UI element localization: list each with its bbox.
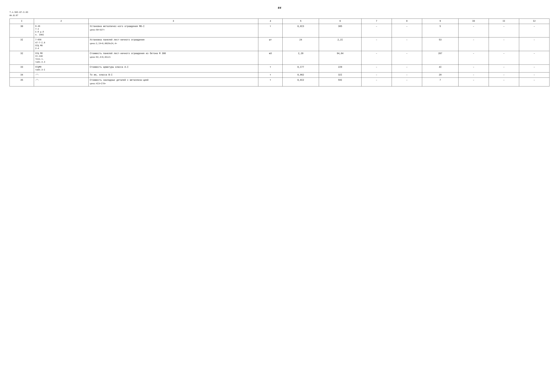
row-col11: – [489,64,519,72]
row-unit: т [258,24,283,37]
row-col8: – [392,72,422,78]
row-description: Установка металличес-кого ограждения МО–… [88,24,258,37]
row-col12: – [519,24,549,37]
table-row: 35–"–Стоимость закладных деталей с метал… [10,78,550,86]
row-col5: 0,0I2 [283,78,319,86]
row-code: –"– [34,72,88,78]
row-col11: – [489,72,519,78]
header-col9: 9 [422,19,458,24]
row-col10: – [458,51,489,65]
row-col5: 0,0I3 [283,24,319,37]
row-col10: – [458,37,489,51]
row-number: 30 [10,24,34,37]
row-col8: – [392,64,422,72]
row-description: То же, класса В–I [88,72,258,78]
row-col8: – [392,24,422,37]
row-number: 34 [10,72,34,78]
row-description: Установка панелей лест-ничного ограждени… [88,37,258,51]
row-col12: – [519,72,549,78]
row-code: ССЦ МО II–248 техн.ч. табл.3.3 [34,51,88,65]
row-col12: – [519,51,549,65]
row-col11: – [489,51,519,65]
row-col9: 207 [422,51,458,65]
row-col12: – [519,37,549,51]
row-code: 7–656 47–7–I.8 ССЦ МО 2–4 [34,37,88,51]
header-col11: II [489,19,519,24]
row-unit: м3 [258,51,283,65]
header-col10: IO [458,19,489,24]
row-col9: 20 [422,72,458,78]
header-col3: 3 [88,19,258,24]
row-col6: 32I [319,72,361,78]
row-col8: – [392,37,422,51]
row-col6: 2,2I [319,37,361,51]
row-col10: – [458,78,489,86]
row-col11: – [489,24,519,37]
row-col5: 24 [283,37,319,51]
header-col5: 5 [283,19,319,24]
row-col12: – [519,64,549,72]
row-unit: т [258,72,283,78]
row-col6: 229 [319,64,361,72]
row-col7: – [361,37,392,51]
doc-reference: Т.п.50I–07–3.83 Ал.Ш.87 [9,11,550,17]
row-col11: – [489,78,519,86]
row-col7: – [361,51,392,65]
table-row: 309–46 7–I С–П р.П п. I98IУстановка мета… [10,24,550,37]
row-col6: 59I [319,78,361,86]
main-table: I 2 3 4 5 6 7 8 9 IO II I2 309–46 7–I С–… [9,18,550,86]
row-col9: 5 [422,24,458,37]
header-col7: 7 [361,19,392,24]
row-col10: – [458,24,489,37]
row-col9: 4I [422,64,458,72]
row-col8: – [392,51,422,65]
row-col5: 2,20 [283,51,319,65]
row-col7: – [361,72,392,78]
row-description: Стоимость закладных деталей с металлиза-… [88,78,258,86]
row-col7: – [361,64,392,72]
table-row: 34–"–То же, класса В–Iт0,06232I––20––– [10,72,550,78]
header-col1: I [10,19,34,24]
page-number: 64 [9,6,550,9]
row-col9: 7 [422,78,458,86]
row-unit: шт [258,37,283,51]
row-description: Стоимость арматуры класса А–I [88,64,258,72]
header-col8: 8 [392,19,422,24]
row-code: –"– [34,78,88,86]
row-code: ССЦМО табл.3–I [34,64,88,72]
header-col12: I2 [519,19,549,24]
row-col5: 0,I77 [283,64,319,72]
table-row: 32ССЦ МО II–248 техн.ч. табл.3.3Стоимост… [10,51,550,65]
row-col7: – [361,78,392,86]
row-col5: 0,062 [283,72,319,78]
header-col6: 6 [319,19,361,24]
row-unit: т [258,78,283,86]
table-row: 33ССЦМО табл.3–IСтоимость арматуры класс… [10,64,550,72]
row-number: 33 [10,64,34,72]
row-unit: т [258,64,283,72]
header-col2: 2 [34,19,88,24]
row-col9: 53 [422,37,458,51]
row-col6: 94,04 [319,51,361,65]
row-col6: 385 [319,24,361,37]
header-col4: 4 [258,19,283,24]
row-col10: – [458,72,489,78]
table-header-row: I 2 3 4 5 6 7 8 9 IO II I2 [10,19,550,24]
row-col7: – [361,24,392,37]
row-col8: – [392,78,422,86]
row-col10: – [458,64,489,72]
row-number: 32 [10,51,34,65]
table-row: 3I7–656 47–7–I.8 ССЦ МО 2–4Установка пан… [10,37,550,51]
row-number: 35 [10,78,34,86]
row-code: 9–46 7–I С–П р.П п. I98I [34,24,88,37]
row-col11: – [489,37,519,51]
row-number: 3I [10,37,34,51]
row-description: Стоимость панелей лест-ничного ограждени… [88,51,258,65]
row-col12: – [519,78,549,86]
